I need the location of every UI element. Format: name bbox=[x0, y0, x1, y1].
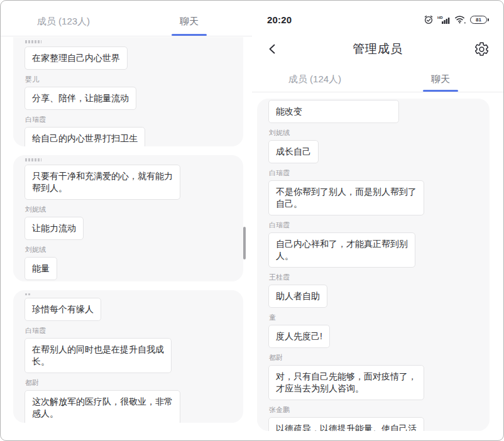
chat-message: 刘妮绒让能力流动 bbox=[25, 205, 234, 240]
svg-text:HD: HD bbox=[437, 16, 443, 19]
chat-message: 童度人先度己! bbox=[268, 313, 481, 348]
chat-list-left[interactable]: 在家整理自己内心世界婴儿分享、陪伴，让能量流动白瑞霞给自己的内心世界打扫卫生 只… bbox=[1, 37, 252, 423]
chat-message: 婴儿分享、陪伴，让能量流动 bbox=[25, 75, 234, 110]
sender-name: 刘妮绒 bbox=[269, 128, 481, 138]
message-bubble[interactable]: 在帮别人的同时也是在提升自我成 长。 bbox=[25, 338, 172, 373]
sender-name-clipped bbox=[25, 158, 41, 161]
sender-name: 刘妮绒 bbox=[25, 245, 234, 254]
message-bubble[interactable]: 不是你帮到了别人，而是别人帮到了 自己。 bbox=[268, 180, 424, 215]
chat-message: 都尉对，只有自己先能够，面对疫情了， 才应当去为别人咨询。 bbox=[268, 353, 481, 400]
message-bubble[interactable]: 能改变 bbox=[268, 100, 399, 123]
message-bubble[interactable]: 让能力流动 bbox=[25, 217, 84, 240]
status-bar: 20:20 HD bbox=[252, 1, 503, 26]
sender-name: 都尉 bbox=[269, 353, 481, 362]
screenshot-frame: 成员 (123人) 聊天 在家整理自己内心世界婴儿分享、陪伴，让能量流动白瑞霞给… bbox=[0, 0, 504, 441]
status-icons: HD 81 bbox=[424, 14, 487, 24]
sender-name: 白瑞霞 bbox=[269, 220, 481, 230]
message-bubble[interactable]: 这次解放军的医疗队，很敬业，非常 感人。 bbox=[25, 390, 180, 423]
chat-message: 珍惜每个有缘人 bbox=[25, 293, 234, 321]
signal-hd-icon: HD bbox=[437, 15, 451, 24]
scrollbar-thumb[interactable] bbox=[243, 227, 246, 259]
chat-message: 在家整理自己内心世界 bbox=[25, 40, 234, 70]
sender-name: 婴儿 bbox=[25, 75, 234, 84]
tab-members-left[interactable]: 成员 (123人) bbox=[1, 7, 126, 36]
sender-name: 白瑞霞 bbox=[269, 168, 481, 178]
chat-message: 刘妮绒能量 bbox=[25, 245, 234, 280]
sender-name: 白瑞霞 bbox=[25, 115, 234, 124]
chat-message: 王桂霞助人者自助 bbox=[268, 273, 481, 308]
page-title: 管理成员 bbox=[292, 41, 463, 57]
chat-message: 都尉这次解放军的医疗队，很敬业，非常 感人。 bbox=[25, 378, 234, 423]
sender-name: 童 bbox=[269, 313, 481, 322]
wifi-icon bbox=[454, 15, 466, 24]
chat-message: 白瑞霞给自己的内心世界打扫卫生 bbox=[25, 115, 234, 146]
message-bubble[interactable]: 自己内心祥和了，才能真正帮到别 人。 bbox=[268, 232, 415, 268]
left-screenshot-panel: 成员 (123人) 聊天 在家整理自己内心世界婴儿分享、陪伴，让能量流动白瑞霞给… bbox=[1, 1, 252, 440]
chat-message: 白瑞霞自己内心祥和了，才能真正帮到别 人。 bbox=[268, 220, 481, 268]
tab-chat-left[interactable]: 聊天 bbox=[126, 7, 252, 36]
chat-card: 在家整理自己内心世界婴儿分享、陪伴，让能量流动白瑞霞给自己的内心世界打扫卫生 bbox=[13, 37, 243, 146]
chat-message: 只要有干净和充满爱的心，就有能力 帮到人。 bbox=[25, 158, 234, 200]
message-bubble[interactable]: 能量 bbox=[25, 257, 57, 280]
message-bubble[interactable]: 以德疏导，以德提升能量。使自己活 bbox=[268, 417, 424, 431]
chat-message: 张金鹏以德疏导，以德提升能量。使自己活 bbox=[268, 405, 481, 431]
chat-message: 刘妮绒成长自己 bbox=[268, 128, 481, 163]
sender-name-clipped bbox=[25, 293, 30, 295]
right-screenshot-panel: 20:20 HD bbox=[252, 1, 503, 440]
message-bubble[interactable]: 给自己的内心世界打扫卫生 bbox=[25, 127, 145, 146]
tab-bar-right: 成员 (124人) 聊天 bbox=[252, 67, 503, 92]
message-bubble[interactable]: 助人者自助 bbox=[268, 285, 327, 308]
tab-chat-right[interactable]: 聊天 bbox=[378, 67, 503, 92]
settings-gear-button[interactable] bbox=[463, 41, 490, 57]
sender-name: 刘妮绒 bbox=[25, 205, 234, 214]
clock-time: 20:20 bbox=[267, 14, 292, 25]
alarm-clock-icon bbox=[424, 14, 434, 24]
sender-name: 张金鹏 bbox=[269, 405, 481, 415]
message-bubble[interactable]: 分享、陪伴，让能量流动 bbox=[25, 87, 136, 110]
chat-card: 只要有干净和充满爱的心，就有能力 帮到人。刘妮绒让能力流动刘妮绒能量 bbox=[13, 155, 243, 281]
chat-message: 白瑞霞不是你帮到了别人，而是别人帮到了 自己。 bbox=[268, 168, 481, 215]
message-bubble[interactable]: 珍惜每个有缘人 bbox=[25, 298, 101, 321]
sender-name: 王桂霞 bbox=[269, 273, 481, 282]
back-button[interactable] bbox=[266, 42, 292, 56]
message-bubble[interactable]: 只要有干净和充满爱的心，就有能力 帮到人。 bbox=[25, 165, 180, 200]
battery-icon: 81 bbox=[470, 16, 487, 24]
tab-members-right[interactable]: 成员 (124人) bbox=[252, 67, 378, 92]
tab-bar-left: 成员 (123人) 聊天 bbox=[1, 7, 252, 36]
sender-name-clipped bbox=[25, 40, 41, 43]
message-bubble[interactable]: 度人先度己! bbox=[268, 325, 330, 348]
sender-name: 白瑞霞 bbox=[25, 326, 234, 335]
message-bubble[interactable]: 成长自己 bbox=[268, 140, 319, 163]
message-bubble[interactable]: 对，只有自己先能够，面对疫情了， 才应当去为别人咨询。 bbox=[268, 365, 424, 400]
chat-message: 白瑞霞在帮别人的同时也是在提升自我成 长。 bbox=[25, 326, 234, 373]
chat-card: 珍惜每个有缘人白瑞霞在帮别人的同时也是在提升自我成 长。都尉这次解放军的医疗队，… bbox=[13, 290, 243, 423]
nav-bar: 管理成员 bbox=[252, 35, 503, 63]
sender-name: 都尉 bbox=[25, 378, 234, 388]
chat-message: 能改变 bbox=[268, 100, 481, 123]
chat-list-right[interactable]: 能改变刘妮绒成长自己白瑞霞不是你帮到了别人，而是别人帮到了 自己。白瑞霞自己内心… bbox=[252, 99, 503, 431]
chat-card: 能改变刘妮绒成长自己白瑞霞不是你帮到了别人，而是别人帮到了 自己。白瑞霞自己内心… bbox=[257, 99, 490, 431]
message-bubble[interactable]: 在家整理自己内心世界 bbox=[25, 46, 128, 70]
